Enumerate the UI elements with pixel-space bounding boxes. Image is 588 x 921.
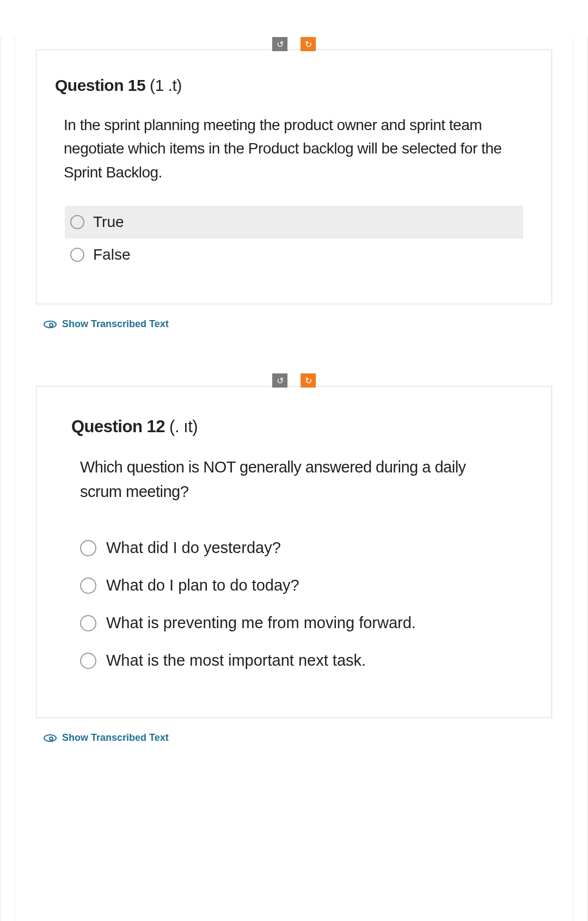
- option-true[interactable]: True: [65, 206, 523, 238]
- options-list: True False: [65, 206, 523, 271]
- eye-icon: [44, 321, 57, 328]
- options-list: What did I do yesterday? What do I plan …: [77, 529, 511, 679]
- show-transcribed-button-2[interactable]: Show Transcribed Text: [44, 732, 552, 744]
- question-number: Question 15: [55, 76, 145, 94]
- question-points: (1 .t): [150, 76, 182, 94]
- question-number: Question 12: [71, 417, 165, 436]
- question-title: Question 12 (. ıt): [71, 417, 528, 437]
- option-label: True: [93, 213, 124, 231]
- option-4[interactable]: What is the most important next task.: [77, 642, 511, 679]
- question-body: Which question is NOT generally answered…: [80, 455, 508, 504]
- rotate-cw-icon[interactable]: ↻: [301, 373, 316, 388]
- question-card-12: Question 12 (. ıt) Which question is NOT…: [36, 386, 552, 718]
- option-2[interactable]: What do I plan to do today?: [77, 567, 511, 604]
- rotate-ccw-icon[interactable]: ↺: [272, 373, 287, 388]
- option-label: False: [93, 246, 130, 263]
- page: ↺ ↻ Question 15 (1 .t) In the sprint pla…: [0, 37, 588, 921]
- radio-icon: [70, 248, 84, 262]
- option-label: What do I plan to do today?: [106, 576, 299, 594]
- show-transcribed-label: Show Transcribed Text: [62, 732, 169, 744]
- show-transcribed-button-1[interactable]: Show Transcribed Text: [44, 318, 552, 330]
- question-title: Question 15 (1 .t): [55, 76, 533, 95]
- radio-icon: [80, 578, 96, 594]
- content-column: ↺ ↻ Question 15 (1 .t) In the sprint pla…: [15, 37, 573, 921]
- radio-icon: [70, 215, 84, 229]
- radio-icon: [80, 653, 96, 669]
- option-label: What is preventing me from moving forwar…: [106, 614, 416, 632]
- spacer: [36, 330, 552, 373]
- radio-icon: [80, 540, 96, 556]
- option-1[interactable]: What did I do yesterday?: [77, 529, 511, 567]
- show-transcribed-label: Show Transcribed Text: [62, 318, 169, 330]
- rotation-controls-2: ↺ ↻: [36, 373, 552, 388]
- question-card-15: Question 15 (1 .t) In the sprint plannin…: [36, 50, 552, 304]
- question-points: (. ıt): [169, 417, 198, 436]
- option-false[interactable]: False: [65, 238, 523, 271]
- rotate-cw-icon[interactable]: ↻: [301, 37, 316, 51]
- rotate-ccw-icon[interactable]: ↺: [272, 37, 287, 51]
- option-label: What is the most important next task.: [106, 652, 366, 670]
- option-3[interactable]: What is preventing me from moving forwar…: [77, 604, 511, 642]
- radio-icon: [80, 615, 96, 631]
- rotation-controls-1: ↺ ↻: [36, 37, 552, 51]
- question-body: In the sprint planning meeting the produ…: [64, 113, 524, 184]
- eye-icon: [44, 734, 57, 742]
- option-label: What did I do yesterday?: [106, 539, 281, 557]
